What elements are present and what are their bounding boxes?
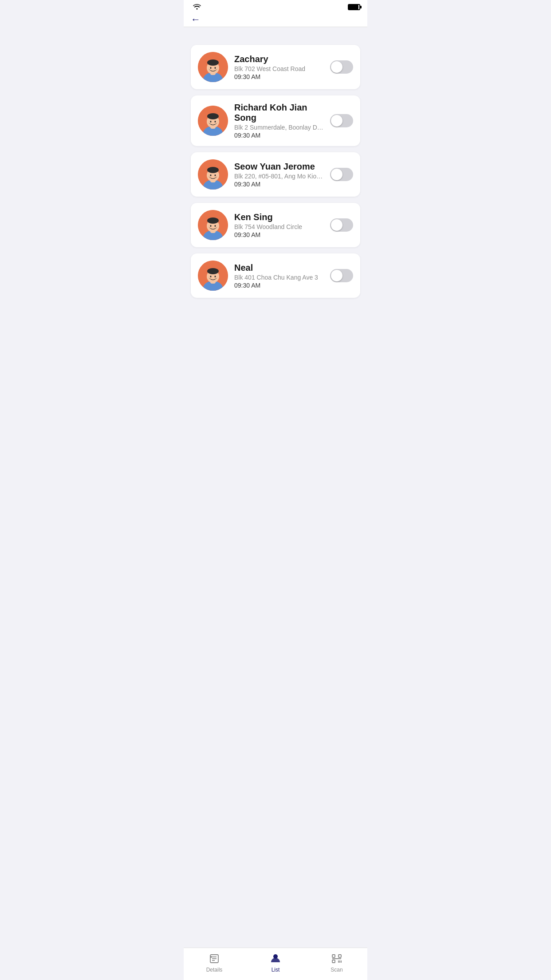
passenger-address: Blk 2 Summerdale, Boonlay Drive (234, 124, 324, 131)
passenger-info: Ken Sing Blk 754 Woodland Circle 09:30 A… (234, 212, 324, 238)
passenger-toggle[interactable] (330, 168, 353, 181)
passenger-address: Blk 220, #05-801, Ang Mo Kio, Ave 1 (234, 173, 324, 180)
svg-point-5 (210, 67, 212, 69)
passenger-name: Ken Sing (234, 212, 324, 222)
svg-point-13 (215, 121, 216, 122)
svg-point-20 (215, 174, 216, 176)
passenger-time: 09:30 AM (234, 132, 324, 139)
svg-point-4 (207, 59, 219, 66)
svg-point-18 (207, 167, 219, 173)
carrier-text (191, 4, 201, 11)
svg-point-25 (207, 217, 219, 224)
svg-point-27 (215, 225, 216, 227)
passenger-info: Zachary Blk 702 West Coast Road 09:30 AM (234, 54, 324, 80)
avatar (198, 210, 228, 240)
toggle-knob (331, 270, 342, 281)
svg-point-6 (215, 67, 216, 69)
wifi-icon (193, 4, 201, 11)
svg-point-11 (207, 113, 219, 119)
passenger-card: Richard Koh Jian Song Blk 2 Summerdale, … (191, 95, 360, 146)
avatar (198, 159, 228, 190)
passenger-time: 09:30 AM (234, 282, 324, 289)
passenger-card: Zachary Blk 702 West Coast Road 09:30 AM (191, 45, 360, 89)
toggle-knob (331, 61, 342, 73)
svg-point-12 (210, 121, 212, 122)
passenger-address: Blk 401 Choa Chu Kang Ave 3 (234, 274, 324, 281)
status-bar (184, 0, 367, 14)
passenger-address: Blk 702 West Coast Road (234, 65, 324, 72)
battery-icon (348, 4, 360, 10)
passenger-info: Richard Koh Jian Song Blk 2 Summerdale, … (234, 103, 324, 139)
passenger-toggle[interactable] (330, 60, 353, 74)
back-button[interactable]: ← (191, 14, 201, 25)
header: ← (184, 14, 367, 27)
svg-point-26 (210, 225, 212, 227)
svg-point-33 (210, 276, 212, 277)
avatar (198, 52, 228, 82)
avatar (198, 261, 228, 291)
passenger-time: 09:30 AM (234, 181, 324, 188)
toggle-knob (331, 169, 342, 180)
passenger-address: Blk 754 Woodland Circle (234, 223, 324, 230)
passenger-time: 09:30 AM (234, 73, 324, 80)
svg-point-19 (210, 174, 212, 176)
passenger-name: Zachary (234, 54, 324, 64)
passenger-time: 09:30 AM (234, 231, 324, 238)
passenger-info: Neal Blk 401 Choa Chu Kang Ave 3 09:30 A… (234, 263, 324, 289)
svg-point-34 (215, 276, 216, 277)
passenger-info: Seow Yuan Jerome Blk 220, #05-801, Ang M… (234, 162, 324, 188)
passenger-card: Seow Yuan Jerome Blk 220, #05-801, Ang M… (191, 152, 360, 197)
toggle-knob (331, 219, 342, 231)
passenger-toggle[interactable] (330, 218, 353, 232)
toggle-knob (331, 115, 342, 126)
passenger-name: Richard Koh Jian Song (234, 103, 324, 123)
total-passenger-section (184, 27, 367, 45)
svg-point-32 (207, 268, 219, 274)
avatar (198, 106, 228, 136)
passenger-toggle[interactable] (330, 114, 353, 127)
passenger-card: Ken Sing Blk 754 Woodland Circle 09:30 A… (191, 203, 360, 247)
passenger-card: Neal Blk 401 Choa Chu Kang Ave 3 09:30 A… (191, 253, 360, 298)
passenger-name: Seow Yuan Jerome (234, 162, 324, 172)
passenger-name: Neal (234, 263, 324, 273)
passenger-toggle[interactable] (330, 269, 353, 282)
passenger-list: Zachary Blk 702 West Coast Road 09:30 AM (184, 45, 367, 342)
